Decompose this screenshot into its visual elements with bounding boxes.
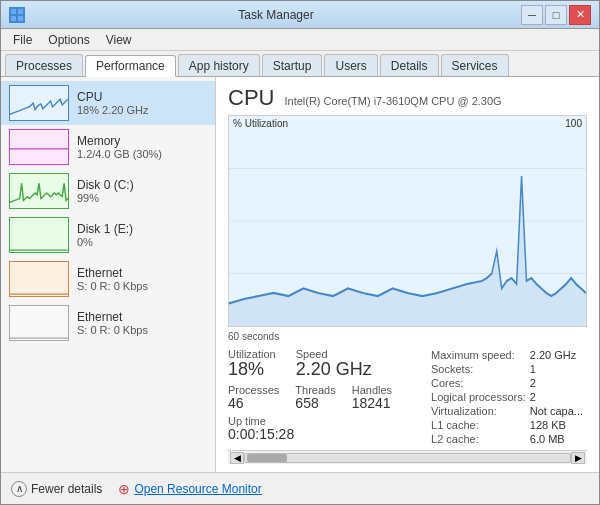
menu-options[interactable]: Options — [40, 31, 97, 49]
left-stats: Utilization 18% Speed 2.20 GHz Processes… — [228, 348, 431, 446]
cpu-sidebar-info: CPU 18% 2.20 GHz — [77, 90, 149, 116]
open-resource-monitor-button[interactable]: ⊕ Open Resource Monitor — [118, 481, 261, 497]
horizontal-scrollbar[interactable]: ◀ ▶ — [228, 450, 587, 464]
sockets-row: Sockets: 1 — [431, 362, 587, 376]
l1cache-value: 128 KB — [530, 418, 587, 432]
cpu-chart-svg — [229, 116, 586, 326]
minimize-button[interactable]: ─ — [521, 5, 543, 25]
utilization-stat: Utilization 18% — [228, 348, 276, 380]
sidebar-item-cpu[interactable]: CPU 18% 2.20 GHz — [1, 81, 215, 125]
sidebar-item-disk1[interactable]: Disk 1 (E:) 0% — [1, 213, 215, 257]
disk1-sidebar-info: Disk 1 (E:) 0% — [77, 222, 133, 248]
close-button[interactable]: ✕ — [569, 5, 591, 25]
memory-name: Memory — [77, 134, 162, 148]
uptime-stat: Up time 0:00:15:28 — [228, 415, 431, 442]
speed-stat: Speed 2.20 GHz — [296, 348, 372, 380]
cpu-title: CPU — [228, 85, 274, 111]
disk1-name: Disk 1 (E:) — [77, 222, 133, 236]
processes-stat: Processes 46 — [228, 384, 279, 411]
logical-processors-row: Logical processors: 2 — [431, 390, 587, 404]
disk0-mini-graph — [9, 173, 69, 209]
threads-label: Threads — [295, 384, 335, 396]
svg-rect-0 — [11, 9, 16, 14]
tab-details[interactable]: Details — [380, 54, 439, 76]
cpu-name: CPU — [77, 90, 149, 104]
ethernet2-name: Ethernet — [77, 310, 148, 324]
ethernet2-sidebar-value: S: 0 R: 0 Kbps — [77, 324, 148, 336]
tab-bar: Processes Performance App history Startu… — [1, 51, 599, 77]
handles-stat: Handles 18241 — [352, 384, 392, 411]
tab-performance[interactable]: Performance — [85, 55, 176, 77]
handles-value: 18241 — [352, 396, 392, 411]
chart-time-label: 60 seconds — [228, 331, 587, 342]
cpu-detail-panel: CPU Intel(R) Core(TM) i7-3610QM CPU @ 2.… — [216, 77, 599, 472]
ethernet2-sidebar-info: Ethernet S: 0 R: 0 Kbps — [77, 310, 148, 336]
scrollbar-track[interactable] — [244, 453, 571, 463]
handles-label: Handles — [352, 384, 392, 396]
processes-value: 46 — [228, 396, 279, 411]
ethernet1-sidebar-value: S: 0 R: 0 Kbps — [77, 280, 148, 292]
utilization-value: 18% — [228, 360, 276, 380]
max-speed-label: Maximum speed: — [431, 348, 530, 362]
l2cache-row: L2 cache: 6.0 MB — [431, 432, 587, 446]
logical-processors-label: Logical processors: — [431, 390, 530, 404]
sidebar: CPU 18% 2.20 GHz Memory 1.2/4.0 GB (30%) — [1, 77, 216, 472]
ethernet2-mini-graph — [9, 305, 69, 341]
l1cache-row: L1 cache: 128 KB — [431, 418, 587, 432]
memory-mini-graph — [9, 129, 69, 165]
disk0-sidebar-info: Disk 0 (C:) 99% — [77, 178, 134, 204]
cpu-specs-table: Maximum speed: 2.20 GHz Sockets: 1 Cores… — [431, 348, 587, 446]
window-controls: ─ □ ✕ — [521, 5, 591, 25]
memory-sidebar-info: Memory 1.2/4.0 GB (30%) — [77, 134, 162, 160]
disk1-sidebar-value: 0% — [77, 236, 133, 248]
menu-file[interactable]: File — [5, 31, 40, 49]
l2cache-value: 6.0 MB — [530, 432, 587, 446]
ethernet1-mini-graph — [9, 261, 69, 297]
fewer-details-icon: ∧ — [11, 481, 27, 497]
cpu-header: CPU Intel(R) Core(TM) i7-3610QM CPU @ 2.… — [228, 85, 587, 111]
app-icon — [9, 7, 25, 23]
sidebar-item-memory[interactable]: Memory 1.2/4.0 GB (30%) — [1, 125, 215, 169]
svg-rect-1 — [18, 9, 23, 14]
util-speed-row: Utilization 18% Speed 2.20 GHz — [228, 348, 431, 380]
svg-marker-7 — [229, 176, 586, 326]
menu-view[interactable]: View — [98, 31, 140, 49]
l2cache-label: L2 cache: — [431, 432, 530, 446]
scroll-left-button[interactable]: ◀ — [230, 452, 244, 464]
disk0-sidebar-value: 99% — [77, 192, 134, 204]
logical-processors-value: 2 — [530, 390, 587, 404]
l1cache-label: L1 cache: — [431, 418, 530, 432]
scrollbar-thumb[interactable] — [247, 454, 287, 462]
bottom-bar: ∧ Fewer details ⊕ Open Resource Monitor — [1, 472, 599, 504]
chart-max-label: 100 — [565, 118, 582, 129]
speed-value: 2.20 GHz — [296, 360, 372, 380]
maximize-button[interactable]: □ — [545, 5, 567, 25]
cpu-chart: % Utilization 100 — [228, 115, 587, 327]
disk0-name: Disk 0 (C:) — [77, 178, 134, 192]
processes-label: Processes — [228, 384, 279, 396]
tab-processes[interactable]: Processes — [5, 54, 83, 76]
scroll-right-button[interactable]: ▶ — [571, 452, 585, 464]
tab-services[interactable]: Services — [441, 54, 509, 76]
menu-bar: File Options View — [1, 29, 599, 51]
sidebar-item-disk0[interactable]: Disk 0 (C:) 99% — [1, 169, 215, 213]
threads-value: 658 — [295, 396, 335, 411]
sockets-value: 1 — [530, 362, 587, 376]
sidebar-item-ethernet1[interactable]: Ethernet S: 0 R: 0 Kbps — [1, 257, 215, 301]
tab-startup[interactable]: Startup — [262, 54, 323, 76]
window-title: Task Manager — [31, 8, 521, 22]
sidebar-item-ethernet2[interactable]: Ethernet S: 0 R: 0 Kbps — [1, 301, 215, 345]
sockets-label: Sockets: — [431, 362, 530, 376]
cores-label: Cores: — [431, 376, 530, 390]
tab-apphistory[interactable]: App history — [178, 54, 260, 76]
tab-users[interactable]: Users — [324, 54, 377, 76]
cores-row: Cores: 2 — [431, 376, 587, 390]
disk1-mini-graph — [9, 217, 69, 253]
max-speed-value: 2.20 GHz — [530, 348, 587, 362]
cpu-mini-graph — [9, 85, 69, 121]
fewer-details-button[interactable]: ∧ Fewer details — [11, 481, 102, 497]
threads-stat: Threads 658 — [295, 384, 335, 411]
cpu-sidebar-value: 18% 2.20 GHz — [77, 104, 149, 116]
cpu-subtitle: Intel(R) Core(TM) i7-3610QM CPU @ 2.30G — [284, 95, 501, 107]
max-speed-row: Maximum speed: 2.20 GHz — [431, 348, 587, 362]
